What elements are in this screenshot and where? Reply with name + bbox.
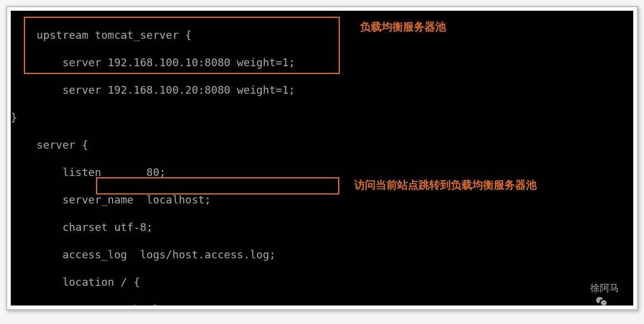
code-line: listen 80; [11, 165, 633, 179]
code-line: root html; [11, 303, 633, 306]
code-line: location / { [11, 275, 633, 289]
watermark: 徐阿马 [574, 281, 619, 295]
annotation-proxypass-label: 访问当前站点跳转到负载均衡服务器池 [354, 178, 537, 192]
code-line: server_name localhost; [11, 193, 633, 206]
wechat-icon [574, 282, 587, 295]
terminal-frame: upstream tomcat_server { server 192.168.… [6, 6, 638, 310]
watermark-text: 徐阿马 [590, 281, 619, 295]
terminal-content: upstream tomcat_server { server 192.168.… [11, 11, 633, 306]
code-line: server 192.168.100.10:8080 weight=1; [11, 55, 633, 69]
code-line: charset utf-8; [11, 220, 633, 234]
highlight-proxypass-box [96, 177, 339, 195]
code-line: access_log logs/host.access.log; [11, 248, 633, 261]
code-line: upstream tomcat_server { [11, 28, 633, 42]
code-line: server { [11, 138, 633, 152]
annotation-upstream-label: 负载均衡服务器池 [360, 20, 446, 34]
code-line: server 192.168.100.20:8080 weight=1; [11, 83, 633, 97]
code-line: } [11, 110, 633, 124]
